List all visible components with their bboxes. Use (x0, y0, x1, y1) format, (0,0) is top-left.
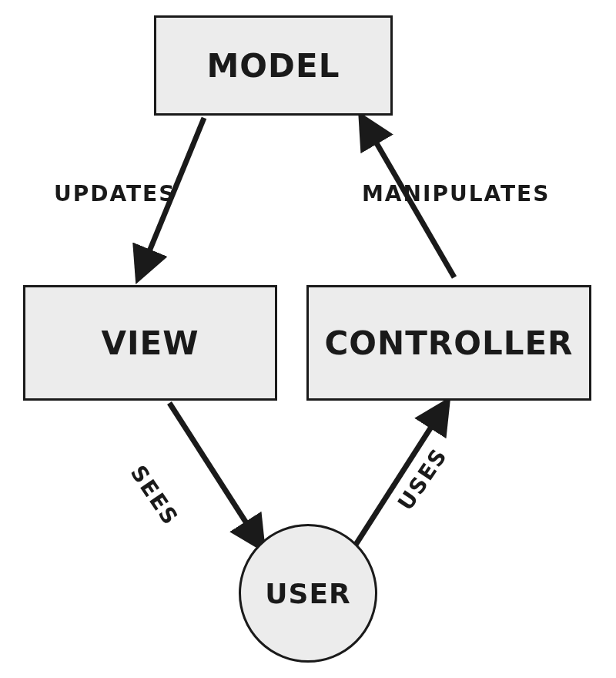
arrow-sees (169, 403, 262, 547)
node-model: MODEL (154, 15, 393, 116)
node-view-label: VIEW (101, 324, 199, 362)
node-model-label: MODEL (207, 47, 340, 85)
node-controller: CONTROLLER (306, 285, 591, 401)
node-controller-label: CONTROLLER (325, 324, 574, 362)
edge-label-manipulates: MANIPULATES (362, 181, 550, 206)
edge-label-sees: SEES (126, 461, 184, 530)
node-user-label: USER (265, 578, 350, 609)
node-view: VIEW (23, 285, 277, 401)
edge-label-updates: UPDATES (54, 181, 176, 206)
node-user: USER (239, 524, 377, 663)
mvc-diagram: MODEL VIEW CONTROLLER USER UPDATES MANIP… (0, 0, 616, 678)
edge-label-uses: USES (393, 443, 453, 515)
